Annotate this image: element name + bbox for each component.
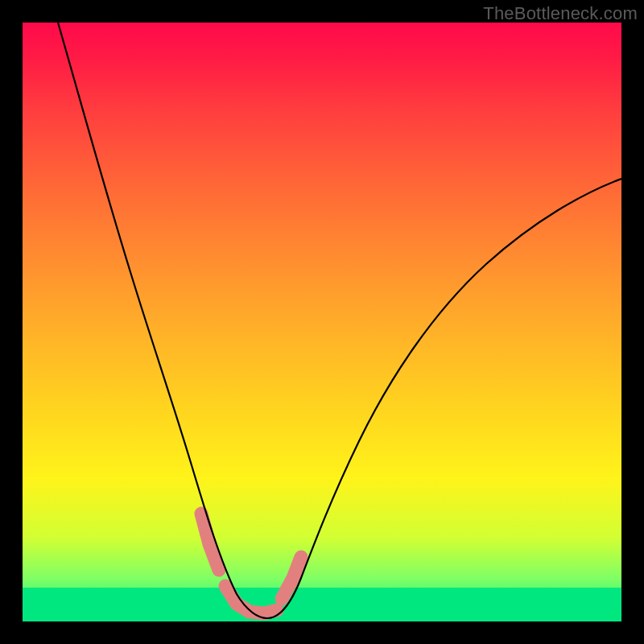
bottleneck-curve: [58, 23, 621, 618]
chart-frame: [23, 23, 621, 621]
curve-svg: [23, 23, 621, 621]
watermark-text: TheBottleneck.com: [483, 3, 638, 24]
valley-marker: [225, 586, 277, 613]
right-ascent-marker: [282, 557, 301, 599]
